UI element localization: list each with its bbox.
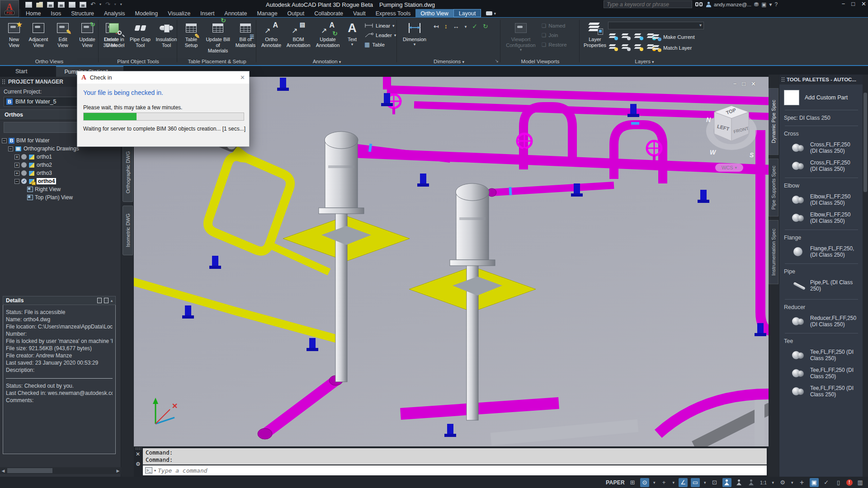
tool-palettes-scrollbar[interactable] <box>863 75 868 477</box>
bom-annotation-button[interactable]: ↗▤ BOM Annotation <box>284 19 312 56</box>
plot-icon[interactable] <box>80 2 86 8</box>
locate-in-3d-model-button[interactable]: Locate in 3D Model <box>101 19 127 56</box>
scrollbar-thumb[interactable] <box>7 468 52 473</box>
palette-tab-instrumentation-spec[interactable]: Instrumentation Spec <box>769 220 778 284</box>
details-doc-icon[interactable] <box>97 298 102 303</box>
scroll-right-icon[interactable]: ▶ <box>115 469 121 473</box>
details-collapse-icon[interactable]: ▴ <box>111 299 113 303</box>
save-as-icon[interactable] <box>58 2 65 8</box>
tab-analysis[interactable]: Analysis <box>99 9 130 17</box>
command-grip-icon[interactable] <box>135 447 142 450</box>
table-button[interactable]: ▦ Table <box>364 41 396 48</box>
collapse-icon[interactable]: − <box>14 179 19 184</box>
palette-tab-pipe-supports-spec[interactable]: Pipe Supports Spec <box>769 159 778 216</box>
search-input[interactable] <box>604 0 692 8</box>
vertical-pump-1[interactable] <box>319 131 371 382</box>
ortho-annotate-button[interactable]: ↗A Ortho Annotate <box>259 19 283 56</box>
adjacent-view-button[interactable]: Adjacent View <box>27 19 50 56</box>
application-menu-button[interactable]: AP3D <box>0 0 19 17</box>
update-annotation-button[interactable]: ↗A↻ Update Annotation <box>313 19 342 56</box>
page-setup-icon[interactable]: ▯ <box>834 478 843 487</box>
edit-view-button[interactable]: ✎ Edit View <box>51 19 75 56</box>
expand-icon[interactable]: + <box>14 163 19 168</box>
add-custom-part-button[interactable]: Add Custom Part <box>784 90 859 105</box>
command-history[interactable]: Command: Command: <box>143 448 767 465</box>
bell-icon[interactable]: ▣ <box>761 1 766 8</box>
layer-unisolate-icon[interactable] <box>622 44 630 50</box>
space-toggle[interactable]: PAPER <box>606 479 625 486</box>
viewport-minimize-icon[interactable]: − <box>733 80 737 87</box>
close-button[interactable]: ✕ <box>861 0 866 7</box>
isometric-drafting-icon[interactable]: + <box>659 478 668 487</box>
scrollbar-thumb[interactable] <box>863 93 867 192</box>
isolate-objects-icon[interactable]: ▣ <box>810 478 819 487</box>
command-close-icon[interactable]: ✕ <box>136 451 140 457</box>
palette-grip-icon[interactable] <box>781 77 785 82</box>
dialog-title-bar[interactable]: A Check in ✕ <box>77 71 249 84</box>
annotation-scale-value[interactable]: 1:1 <box>759 478 768 487</box>
command-recent-icon[interactable]: ▾ <box>154 469 156 473</box>
viewport-configuration-button[interactable]: Viewport Configuration ▾ <box>503 19 538 56</box>
minimize-button[interactable]: − <box>842 0 845 7</box>
render-preview-icon[interactable]: ▥ <box>856 478 865 487</box>
tab-collaborate[interactable]: Collaborate <box>309 9 348 17</box>
tree-node-right-view[interactable]: Right View <box>2 185 119 193</box>
tool-reducer-1[interactable]: Reducer,FL,FF,250 (DI Class 250) <box>792 315 859 328</box>
layer-off-icon[interactable] <box>609 44 617 50</box>
annotation-monitor-icon[interactable]: ! <box>846 479 853 486</box>
tab-isos[interactable]: Isos <box>46 9 66 17</box>
iso-caret-icon[interactable]: ▾ <box>671 478 675 487</box>
dyn-caret-icon[interactable]: ▾ <box>703 478 707 487</box>
command-input[interactable] <box>158 467 764 474</box>
command-settings-icon[interactable]: ⚙ <box>136 461 141 467</box>
new-file-icon[interactable] <box>25 2 32 8</box>
tool-tee-2[interactable]: Tee,FL,FF,250 (DI Class 250) <box>792 367 859 380</box>
tool-palettes-title-bar[interactable]: TOOL PALETTES - AUTOC... <box>779 75 863 84</box>
viewport-restore-icon[interactable]: □ <box>742 80 745 87</box>
tab-vault[interactable]: Vault <box>348 9 371 17</box>
bell-caret-icon[interactable]: ▾ <box>769 1 772 8</box>
layer-check-icon[interactable]: ✓ <box>822 478 831 487</box>
details-preview-icon[interactable] <box>104 298 108 303</box>
tool-cross-1[interactable]: Cross,FL,FF,250 (DI Class 250) <box>792 141 859 154</box>
layer-on-icon[interactable] <box>609 33 617 39</box>
annotation-scale-people-icon[interactable] <box>747 478 756 487</box>
dynamic-input-icon[interactable]: ▭ <box>691 478 700 487</box>
insulation-tool-button[interactable]: Insulation Tool <box>154 19 179 56</box>
tree-node-ortho4-selected[interactable]: − ✓ ortho4 <box>2 177 119 185</box>
leader-button[interactable]: Leader ▾ <box>364 31 396 39</box>
dim-baseline-icon[interactable]: ↤ <box>434 23 439 30</box>
open-file-icon[interactable] <box>36 2 43 8</box>
add-cleanup-icon[interactable]: + <box>797 478 807 487</box>
viewport-close-icon[interactable]: ✕ <box>751 80 756 87</box>
workspace-gear-icon[interactable]: ⚙ <box>778 478 787 487</box>
layer-thaw-icon[interactable] <box>634 44 642 50</box>
make-current-button[interactable]: Make Current <box>652 34 695 40</box>
search-icon[interactable] <box>695 1 703 7</box>
help-icon[interactable]: ? <box>775 1 778 8</box>
cart-icon[interactable]: ⛃ <box>754 1 759 8</box>
update-view-button[interactable]: ↻ Update View <box>75 19 99 56</box>
tool-elbow-1[interactable]: Elbow,FL,FF,250 (DI Class 250) <box>792 193 859 206</box>
tool-elbow-2[interactable]: Elbow,FL,FF,250 (DI Class 250) <box>792 211 859 224</box>
horizontal-scrollbar[interactable]: ◀ ▶ <box>0 467 121 474</box>
grid-icon[interactable]: ⊞ <box>628 478 637 487</box>
dim-ordinate-icon[interactable]: ↕ <box>444 23 448 30</box>
redo-caret-icon[interactable]: ▾ <box>114 1 116 8</box>
linear-dimension-button[interactable]: Linear ▾ <box>364 22 396 29</box>
dim-continue-icon[interactable]: ↔ <box>453 23 459 30</box>
dimensions-expander-icon[interactable]: ↘ <box>495 58 499 63</box>
wcs-selector[interactable]: WCS ▾ <box>715 164 743 172</box>
tab-home[interactable]: Home <box>21 9 46 17</box>
osnap-icon[interactable]: ∠ <box>679 478 688 487</box>
layer-select[interactable] <box>608 22 704 29</box>
named-viewports-button[interactable]: ❏ Named <box>542 22 567 29</box>
tab-isometric-dwg[interactable]: Isometric DWG <box>123 206 133 255</box>
tab-annotate[interactable]: Annotate <box>219 9 252 17</box>
redo-icon[interactable]: ↷ <box>105 1 110 8</box>
palette-grip-icon[interactable] <box>2 79 5 84</box>
annotation-visibility-icon[interactable] <box>722 478 731 487</box>
tab-modeling[interactable]: Modeling <box>130 9 163 17</box>
tab-output[interactable]: Output <box>283 9 310 17</box>
tab-structure[interactable]: Structure <box>66 9 99 17</box>
